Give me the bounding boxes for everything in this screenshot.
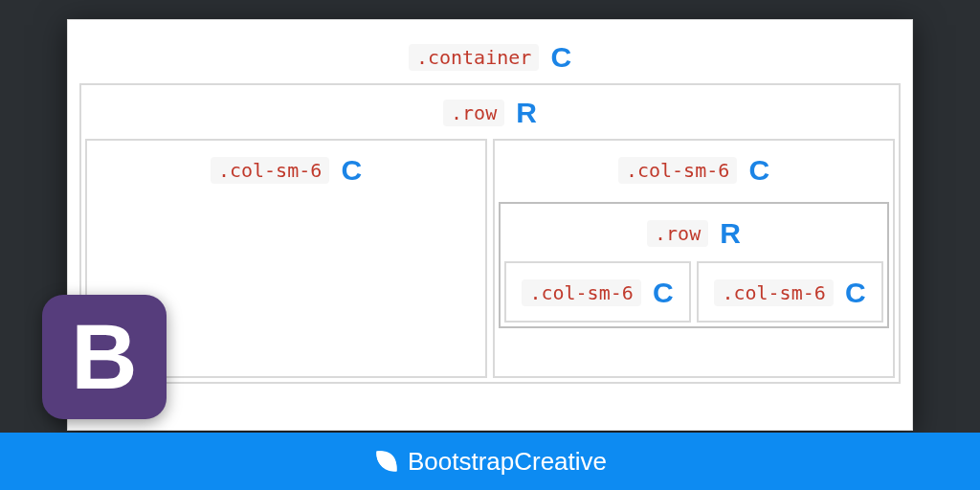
column-right: .col-sm-6 C .row R .col-sm-6 — [493, 139, 895, 378]
grid-diagram: .container C .row R .col-sm-6 C .col-sm-… — [67, 19, 913, 431]
row-letter: R — [516, 97, 537, 129]
nested-col-left-class: .col-sm-6 — [522, 279, 640, 306]
col-left-label: .col-sm-6 C — [87, 141, 485, 198]
container-label: .container C — [79, 30, 901, 83]
col-left-class: .col-sm-6 — [211, 157, 329, 184]
col-right-class: .col-sm-6 — [618, 157, 737, 184]
row-label: .row R — [81, 85, 899, 139]
nested-row-box: .row R .col-sm-6 C — [499, 202, 889, 328]
row-box: .row R .col-sm-6 C .col-sm-6 C — [79, 83, 901, 384]
col-right-body: .row R .col-sm-6 C — [495, 198, 893, 332]
columns-wrapper: .col-sm-6 C .col-sm-6 C .row R — [81, 139, 899, 382]
nested-col-right-class: .col-sm-6 — [714, 279, 833, 306]
bootstrap-logo-letter: B — [71, 311, 137, 403]
row-class: .row — [443, 100, 504, 126]
col-right-letter: C — [748, 154, 769, 187]
nested-column-right: .col-sm-6 C — [697, 261, 883, 323]
container-class: .container — [409, 44, 539, 71]
container-letter: C — [550, 41, 571, 74]
nested-col-right-letter: C — [845, 277, 866, 309]
nested-columns-wrapper: .col-sm-6 C .col-sm-6 C — [501, 261, 887, 326]
nested-row-class: .row — [647, 220, 708, 247]
footer-bar: BootstrapCreative — [0, 433, 980, 490]
col-left-letter: C — [341, 154, 362, 187]
leaf-icon — [373, 448, 400, 475]
nested-row-label: .row R — [501, 204, 887, 261]
nested-column-left: .col-sm-6 C — [504, 261, 691, 323]
col-right-label: .col-sm-6 C — [495, 141, 893, 198]
nested-col-left-label: .col-sm-6 C — [506, 263, 689, 321]
nested-row-letter: R — [720, 217, 741, 250]
nested-col-left-letter: C — [653, 277, 674, 309]
bootstrap-logo: B — [42, 295, 167, 419]
footer-brand: BootstrapCreative — [408, 447, 607, 477]
nested-col-right-label: .col-sm-6 C — [699, 263, 881, 321]
